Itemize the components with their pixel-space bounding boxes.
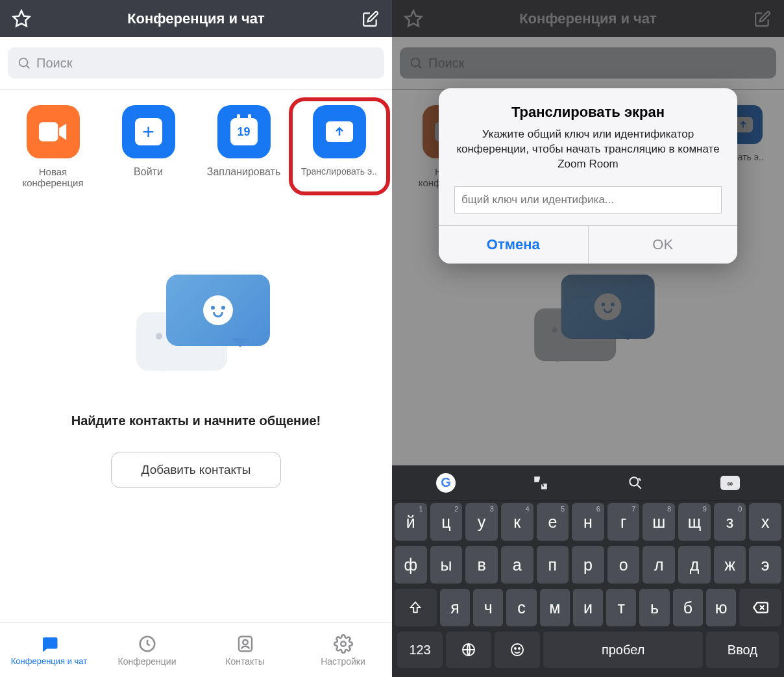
key-е[interactable]: е5 xyxy=(537,503,569,541)
tab-meetings[interactable]: Конференции xyxy=(98,623,196,677)
key-ц[interactable]: ц2 xyxy=(430,503,463,541)
tab-meetings-label: Конференции xyxy=(118,656,177,667)
enter-key[interactable]: Ввод xyxy=(706,632,779,668)
tab-contacts[interactable]: Контакты xyxy=(196,623,294,677)
tab-bar: Конференция и чат Конференции Контакты Н… xyxy=(0,622,392,677)
new-meeting-label: Новая конференция xyxy=(9,166,97,189)
key-ь[interactable]: ь xyxy=(639,589,669,626)
key-ф[interactable]: ф xyxy=(395,546,427,584)
plus-icon: + xyxy=(122,105,175,158)
key-к[interactable]: к4 xyxy=(501,503,533,541)
star-icon[interactable] xyxy=(12,9,31,29)
svg-point-7 xyxy=(341,641,346,646)
svg-point-12 xyxy=(630,477,638,486)
key-ч[interactable]: ч xyxy=(473,589,503,626)
key-й[interactable]: й1 xyxy=(395,503,427,541)
chat-illustration xyxy=(125,272,267,382)
svg-point-1 xyxy=(19,58,28,67)
empty-title: Найдите контакты и начните общение! xyxy=(71,413,321,428)
header-title: Конференция и чат xyxy=(127,10,265,27)
svg-text:∞: ∞ xyxy=(728,479,733,488)
screen-before: Конференция и чат Поиск Новая конференци… xyxy=(0,0,392,677)
key-а[interactable]: а xyxy=(501,546,533,584)
key-н[interactable]: н6 xyxy=(572,503,604,541)
shift-key[interactable] xyxy=(395,589,437,626)
svg-point-18 xyxy=(519,648,520,649)
share-screen-button[interactable]: Транслировать э.. xyxy=(294,105,385,189)
sharing-key-input[interactable] xyxy=(454,186,722,214)
compose-icon[interactable] xyxy=(361,9,380,29)
keyboard-row-1: й1ц2у3к4е5н6г7ш8щ9з0х xyxy=(395,503,781,541)
search-container: Поиск xyxy=(0,37,392,90)
key-у[interactable]: у3 xyxy=(465,503,498,541)
share-screen-icon xyxy=(313,105,366,158)
translate-icon[interactable] xyxy=(529,471,552,495)
keyboard-row-2: фывапролджэ xyxy=(395,546,781,584)
gif-icon[interactable]: ∞ xyxy=(718,471,742,495)
join-button[interactable]: + Войти xyxy=(103,105,194,189)
key-п[interactable]: п xyxy=(537,546,569,584)
key-в[interactable]: в xyxy=(465,546,498,584)
schedule-label: Запланировать xyxy=(200,166,288,178)
on-screen-keyboard: G ∞ й1ц2у3к4е5н6г7ш8щ9з0х фывапролджэ яч… xyxy=(392,465,784,677)
key-и[interactable]: и xyxy=(573,589,603,626)
add-contacts-button[interactable]: Добавить контакты xyxy=(111,452,282,488)
keyboard-row-3: ячсмитьбю xyxy=(395,589,781,626)
schedule-button[interactable]: 19 Запланировать xyxy=(199,105,289,189)
dialog-title: Транслировать экран xyxy=(454,104,722,121)
empty-state: Найдите контакты и начните общение! Доба… xyxy=(0,202,392,623)
key-м[interactable]: м xyxy=(540,589,570,626)
keyboard-toolbar: G ∞ xyxy=(392,465,784,500)
key-ю[interactable]: ю xyxy=(706,589,736,626)
svg-marker-0 xyxy=(14,10,30,26)
numbers-key[interactable]: 123 xyxy=(397,632,443,668)
svg-rect-3 xyxy=(39,122,58,141)
share-screen-dialog: Транслировать экран Укажите общий ключ и… xyxy=(439,88,737,264)
search-input[interactable]: Поиск xyxy=(8,47,384,79)
keyboard-row-bottom: 123 пробел Ввод xyxy=(395,632,781,673)
key-с[interactable]: с xyxy=(506,589,536,626)
share-label: Транслировать э.. xyxy=(295,166,383,177)
screen-dialog: Конференция и чат Поиск Новая конференци… xyxy=(392,0,784,677)
google-icon[interactable]: G xyxy=(434,471,458,495)
video-icon xyxy=(27,105,80,158)
svg-line-2 xyxy=(27,66,29,68)
dialog-message: Укажите общий ключ или идентификатор кон… xyxy=(454,127,722,172)
key-б[interactable]: б xyxy=(673,589,703,626)
tab-chat-label: Конференция и чат xyxy=(11,656,87,666)
tab-settings-label: Настройки xyxy=(321,656,365,667)
key-р[interactable]: р xyxy=(572,546,604,584)
svg-point-17 xyxy=(515,648,516,649)
key-л[interactable]: л xyxy=(643,546,675,584)
dialog-ok-button[interactable]: OK xyxy=(589,226,738,264)
key-т[interactable]: т xyxy=(606,589,636,626)
globe-key[interactable] xyxy=(446,632,491,668)
key-ы[interactable]: ы xyxy=(430,546,463,584)
key-я[interactable]: я xyxy=(440,589,470,626)
tab-contacts-label: Контакты xyxy=(225,656,264,667)
action-row: Новая конференция + Войти 19 Запланирова… xyxy=(0,90,392,202)
key-щ[interactable]: щ9 xyxy=(678,503,711,541)
join-label: Войти xyxy=(104,166,192,178)
search-placeholder: Поиск xyxy=(36,56,72,71)
key-о[interactable]: о xyxy=(607,546,640,584)
space-key[interactable]: пробел xyxy=(543,632,702,668)
backspace-key[interactable] xyxy=(739,589,781,626)
tab-chat[interactable]: Конференция и чат xyxy=(0,623,98,677)
key-ж[interactable]: ж xyxy=(714,546,746,584)
dialog-cancel-button[interactable]: Отмена xyxy=(439,226,589,264)
key-д[interactable]: д xyxy=(678,546,711,584)
key-э[interactable]: э xyxy=(749,546,781,584)
tab-settings[interactable]: Настройки xyxy=(294,623,392,677)
search-icon[interactable] xyxy=(624,471,647,495)
calendar-icon: 19 xyxy=(217,105,271,158)
key-х[interactable]: х xyxy=(749,503,781,541)
key-з[interactable]: з0 xyxy=(714,503,746,541)
header: Конференция и чат xyxy=(0,0,392,37)
key-г[interactable]: г7 xyxy=(607,503,640,541)
new-meeting-button[interactable]: Новая конференция xyxy=(8,105,99,189)
key-ш[interactable]: ш8 xyxy=(643,503,675,541)
svg-point-6 xyxy=(243,639,248,645)
emoji-key[interactable] xyxy=(495,632,540,668)
svg-point-16 xyxy=(511,644,523,656)
